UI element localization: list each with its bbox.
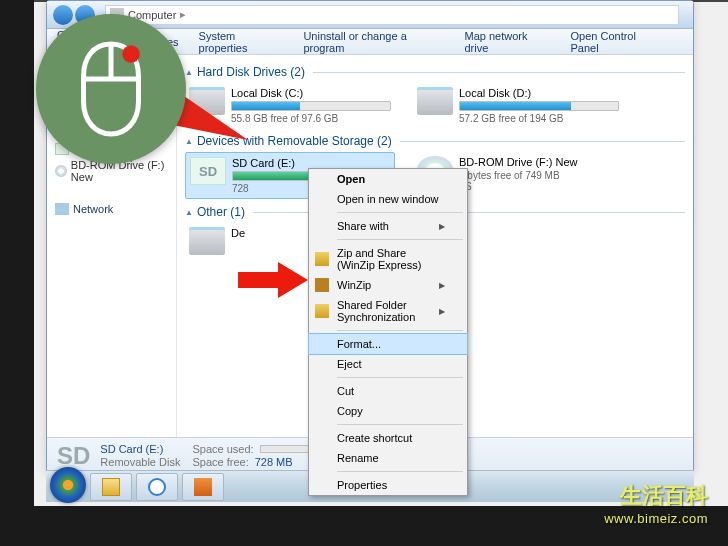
toolbar-uninstall[interactable]: Uninstall or change a program [303,30,444,54]
section-removable[interactable]: ▲Devices with Removable Storage (2) [185,128,685,152]
ctx-create-shortcut[interactable]: Create shortcut [309,428,467,448]
ctx-cut[interactable]: Cut [309,381,467,401]
toolbar-map-drive[interactable]: Map network drive [464,30,550,54]
ctx-zip-share[interactable]: Zip and Share (WinZip Express) [309,243,467,275]
chevron-down-icon: ▲ [185,208,193,217]
wmp-icon [194,478,212,496]
disc-icon [55,165,67,177]
ctx-open[interactable]: Open [309,169,467,189]
sd-icon: SD [190,157,226,185]
ctx-copy[interactable]: Copy [309,401,467,421]
nav-back-button[interactable] [53,5,73,25]
ctx-format[interactable]: Format... [308,333,468,355]
sd-icon: SD [57,442,90,470]
winzip-icon [315,252,329,266]
network-icon [55,203,69,215]
watermark: 生活百科 www.bimeiz.com [604,481,708,526]
svg-marker-1 [238,262,308,298]
ctx-rename[interactable]: Rename [309,448,467,468]
context-menu: Open Open in new window Share with▶ Zip … [308,168,468,496]
details-type: Removable Disk [100,456,180,468]
task-wmp[interactable] [182,473,224,501]
ctx-open-new-window[interactable]: Open in new window [309,189,467,209]
ctx-winzip[interactable]: WinZip▶ [309,275,467,295]
section-hdd[interactable]: ▲Hard Disk Drives (2) [185,59,685,83]
ie-icon [148,478,166,496]
details-name: SD Card (E:) [100,443,180,455]
highlight-arrow-icon [238,262,308,298]
ctx-share-with[interactable]: Share with▶ [309,216,467,236]
breadcrumb-arrow: ▸ [180,8,186,21]
sidebar-item-network[interactable]: Network [51,201,172,217]
toolbar-control-panel[interactable]: Open Control Panel [571,30,664,54]
hdd-icon [417,87,453,115]
mouse-icon [71,39,151,139]
right-click-badge [36,14,186,164]
sync-icon [315,304,329,318]
explorer-icon [102,478,120,496]
ctx-properties[interactable]: Properties [309,475,467,495]
start-button[interactable] [50,467,86,503]
task-explorer[interactable] [90,473,132,501]
address-bar[interactable]: Computer ▸ [105,5,679,25]
task-ie[interactable] [136,473,178,501]
drive-local-d[interactable]: Local Disk (D:) 57.2 GB free of 194 GB [413,83,623,128]
chevron-down-icon: ▲ [185,68,193,77]
device-icon [189,227,225,255]
svg-point-4 [122,45,140,63]
toolbar-system-properties[interactable]: System properties [199,30,284,54]
ctx-shared-folder-sync[interactable]: Shared Folder Synchronization▶ [309,295,467,327]
ctx-eject[interactable]: Eject [309,354,467,374]
winzip-icon [315,278,329,292]
